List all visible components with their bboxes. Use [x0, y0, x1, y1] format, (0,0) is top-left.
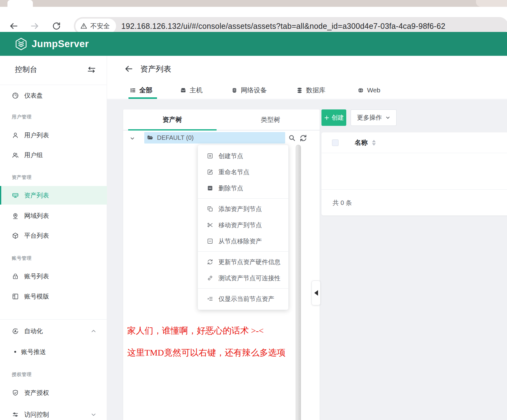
menu-item-label: 添加资产到节点 [218, 205, 262, 213]
create-button[interactable]: 创建 [321, 109, 346, 126]
menu-item-label: 仅显示当前节点资产 [218, 295, 274, 303]
tab-hosts[interactable]: 主机 [180, 83, 203, 97]
sidebar-item-asset-perms[interactable]: 资产授权 [0, 383, 107, 402]
forward-icon[interactable] [30, 21, 40, 31]
menu-item-label: 重命名节点 [218, 168, 249, 176]
reload-icon[interactable] [52, 21, 61, 31]
tree-search-icon[interactable] [288, 134, 296, 142]
menu-item-remove-assets-from-node[interactable]: 从节点移除资产 [198, 233, 288, 249]
sidebar-section-perms: 授权管理 [12, 372, 32, 378]
browser-toolbar: 不安全 192.168.126.132/ui/#/console/assets/… [0, 7, 507, 32]
site-security-chip[interactable]: 不安全 [75, 19, 116, 33]
host-icon [180, 87, 186, 94]
sidebar-item-user-list[interactable]: 用户列表 [0, 126, 107, 144]
browser-tab-corner [476, 0, 507, 7]
menu-divider [198, 288, 288, 289]
tab-databases[interactable]: 数据库 [296, 83, 325, 97]
minus-square-icon [207, 238, 213, 244]
table-empty-row [321, 153, 507, 190]
sidebar-item-label: 访问控制 [24, 410, 49, 419]
select-all-checkbox[interactable] [332, 139, 339, 146]
menu-item-label: 从节点移除资产 [218, 237, 262, 245]
sidebar-item-user-groups[interactable]: 用户组 [0, 146, 107, 164]
tab-label: 主机 [190, 86, 203, 95]
page-title: 资产列表 [140, 64, 171, 74]
tab-asset-tree[interactable]: 资产树 [123, 109, 222, 130]
tree-node-label: DEFAULT (0) [157, 134, 194, 141]
sidebar-item-platform-list[interactable]: 平台列表 [0, 226, 107, 245]
globe-icon [357, 87, 364, 94]
menu-item-label: 更新节点资产硬件信息 [218, 258, 280, 266]
sidebar-item-account-template[interactable]: 账号模版 [0, 287, 107, 306]
menu-item-rename-node[interactable]: 重命名节点 [198, 164, 288, 180]
sidebar-divider [0, 319, 107, 320]
asset-monitor-icon [12, 192, 19, 199]
tab-web[interactable]: Web [357, 83, 380, 97]
access-control-icon [12, 411, 19, 418]
menu-item-label: 测试资产节点可连接性 [218, 274, 280, 282]
sidebar-item-account-push[interactable]: 账号推送 [0, 343, 107, 361]
screen: 不安全 192.168.126.132/ui/#/console/assets/… [0, 0, 507, 420]
scissors-icon [207, 222, 213, 228]
tree-tab-bar: 资产树 类型树 [123, 109, 320, 130]
link-icon [207, 275, 213, 281]
chevron-down-icon [385, 115, 390, 120]
active-tab-underline [128, 97, 157, 99]
tab-type-tree[interactable]: 类型树 [222, 109, 320, 130]
menu-item-add-assets-to-node[interactable]: 添加资产到节点 [198, 201, 288, 217]
sidebar-item-dashboard[interactable]: 仪表盘 [0, 86, 107, 105]
tree-node-default[interactable]: DEFAULT (0) [144, 132, 285, 144]
sidebar-divider [0, 85, 107, 85]
brand-name: JumpServer [32, 38, 89, 50]
browser-active-tab[interactable] [7, 0, 33, 7]
view-switch-icon[interactable] [87, 65, 96, 74]
folder-open-icon [147, 135, 154, 141]
sort-carets-icon[interactable] [372, 140, 376, 146]
sidebar-section-users: 用户管理 [12, 114, 32, 120]
table-footer: 共 0 条 [321, 190, 507, 216]
sidebar-section-assets: 资产管理 [12, 175, 32, 180]
sidebar-item-domain-list[interactable]: 网域列表 [0, 206, 107, 225]
users-icon [12, 152, 19, 159]
sidebar-item-asset-list[interactable]: 资产列表 [0, 186, 107, 205]
create-button-label: 创建 [332, 113, 344, 122]
plus-icon [324, 115, 330, 121]
plus-square-icon [207, 153, 213, 159]
security-label: 不安全 [90, 22, 110, 30]
menu-item-test-connectivity[interactable]: 测试资产节点可连接性 [198, 270, 288, 286]
triangle-left-icon [314, 290, 318, 296]
menu-item-show-current-node-assets[interactable]: 仅显示当前节点资产 [198, 291, 288, 307]
tree-node-chevron-icon[interactable] [129, 135, 135, 141]
menu-item-delete-node[interactable]: 删除节点 [198, 180, 288, 196]
tree-scrollbar[interactable] [296, 145, 301, 420]
tree-refresh-icon[interactable] [299, 134, 307, 142]
column-header-name[interactable]: 名称 [355, 138, 368, 147]
list-current-icon [207, 296, 213, 302]
sidebar-item-account-list[interactable]: 账号列表 [0, 267, 107, 285]
sidebar-item-label: 自动化 [24, 327, 43, 335]
cube-icon [12, 232, 19, 239]
chevron-down-icon[interactable] [91, 412, 96, 418]
sidebar-item-automation[interactable]: 自动化 [0, 322, 107, 340]
sidebar-item-label: 用户组 [24, 151, 43, 159]
sidebar-item-access-control[interactable]: 访问控制 [0, 405, 107, 420]
url-text[interactable]: 192.168.126.132/ui/#/console/assets/asse… [121, 22, 445, 31]
sidebar-item-label: 用户列表 [24, 131, 49, 139]
sidebar-item-label: 资产列表 [24, 191, 49, 200]
page-back-icon[interactable] [124, 64, 133, 73]
menu-item-create-node[interactable]: 创建节点 [198, 148, 288, 164]
tab-all[interactable]: 全部 [130, 83, 152, 97]
menu-item-move-assets-to-node[interactable]: 移动资产到节点 [198, 217, 288, 233]
panel-collapse-handle[interactable] [312, 281, 321, 305]
more-actions-button[interactable]: 更多操作 [351, 109, 397, 126]
list-all-icon [130, 87, 136, 94]
menu-divider [198, 251, 288, 252]
warning-triangle-icon [80, 22, 87, 30]
menu-item-label: 创建节点 [218, 152, 243, 160]
back-icon[interactable] [9, 21, 19, 31]
tab-network-devices[interactable]: 网络设备 [231, 83, 267, 97]
browser-tab-strip [0, 0, 507, 7]
menu-item-update-hardware-info[interactable]: 更新节点资产硬件信息 [198, 254, 288, 270]
map-pin-icon [12, 212, 19, 219]
chevron-up-icon[interactable] [91, 328, 96, 334]
